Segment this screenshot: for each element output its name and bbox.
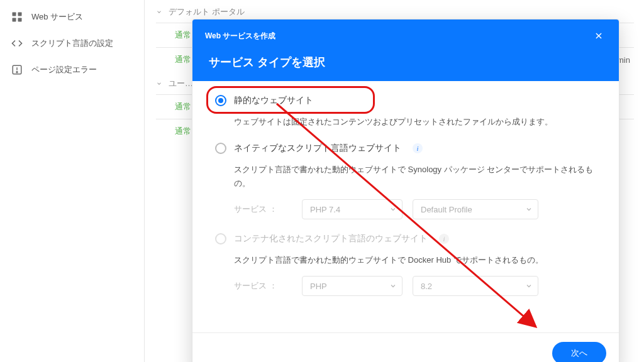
section-title: デフォルト ポータル [169,6,245,18]
modal-footer: 次へ [192,332,619,362]
svg-rect-2 [13,18,16,22]
select-profile[interactable]: Default Profile [413,199,538,219]
info-icon[interactable]: i [413,143,423,153]
option-label: ネイティブなスクリプト言語ウェブサイト [234,143,401,154]
radio-static[interactable] [215,95,226,106]
next-button[interactable]: 次へ [552,342,606,362]
sidebar-item-label: スクリプト言語の設定 [31,38,113,49]
modal-small-title: Web サービスを作成 [205,31,275,41]
chevron-down-icon [156,80,162,87]
create-web-service-modal: Web サービスを作成 サービス タイプを選択 静的なウェブサイト ウェブサイト… [192,19,619,362]
option-label: コンテナ化されたスクリプト言語のウェブサイト [234,233,428,244]
svg-rect-1 [18,13,22,16]
sidebar-item-page-error[interactable]: ページ設定エラー [0,57,144,83]
sidebar-item-label: Web サービス [31,11,83,23]
service-row: サービス ： PHP 7.4 Default Profile [215,190,596,219]
option-native-script[interactable]: ネイティブなスクリプト言語ウェブサイト i スクリプト言語で書かれた動的ウェブサ… [215,140,596,219]
option-label: 静的なウェブサイト [234,95,313,106]
chevron-down-icon [525,206,533,213]
service-row: サービス ： PHP 8.2 [215,267,596,296]
modal-big-title: サービス タイプを選択 [205,43,606,81]
svg-rect-3 [18,18,22,22]
select-value: PHP 7.4 [310,205,340,214]
svg-rect-0 [13,13,16,16]
error-icon [11,64,23,75]
option-desc: スクリプト言語で書かれた動的ウェブサイトで Docker Hub でサポートされ… [215,247,596,267]
code-icon [11,38,23,49]
sidebar-item-label: ページ設定エラー [31,64,97,75]
close-icon [594,31,603,40]
option-static-website[interactable]: 静的なウェブサイト ウェブサイトは固定されたコンテンツおよびプリセットされたファ… [215,92,596,129]
option-desc: スクリプト言語で書かれた動的ウェブサイトで Synology パッケージ センタ… [215,156,596,190]
modal-body: 静的なウェブサイト ウェブサイトは固定されたコンテンツおよびプリセットされたファ… [192,81,619,332]
svg-point-6 [16,72,18,73]
section-title: ユー… [169,78,193,89]
service-label: サービス ： [234,280,292,292]
sidebar: Web サービス スクリプト言語の設定 ページ設定エラー [0,0,145,362]
service-label: サービス ： [234,204,292,215]
radio-container [215,233,226,244]
select-value: Default Profile [421,205,472,214]
grid-icon [11,11,23,23]
select-value: 8.2 [421,282,432,291]
chevron-down-icon [389,282,397,290]
close-button[interactable] [591,28,606,43]
chevron-down-icon [156,9,162,15]
select-language[interactable]: PHP [302,276,402,296]
select-php-version[interactable]: PHP 7.4 [302,199,402,219]
select-version[interactable]: 8.2 [413,276,538,296]
chevron-down-icon [389,206,397,213]
select-value: PHP [310,282,327,291]
sidebar-item-web-service[interactable]: Web サービス [0,4,144,30]
radio-native[interactable] [215,143,226,154]
sidebar-item-script-lang[interactable]: スクリプト言語の設定 [0,30,144,57]
option-desc: ウェブサイトは固定されたコンテンツおよびプリセットされたファイルから成ります。 [215,109,596,129]
info-icon: i [439,234,449,244]
modal-header: Web サービスを作成 サービス タイプを選択 [192,19,619,81]
chevron-down-icon [525,282,533,290]
option-container-script: コンテナ化されたスクリプト言語のウェブサイト i スクリプト言語で書かれた動的ウ… [215,231,596,296]
